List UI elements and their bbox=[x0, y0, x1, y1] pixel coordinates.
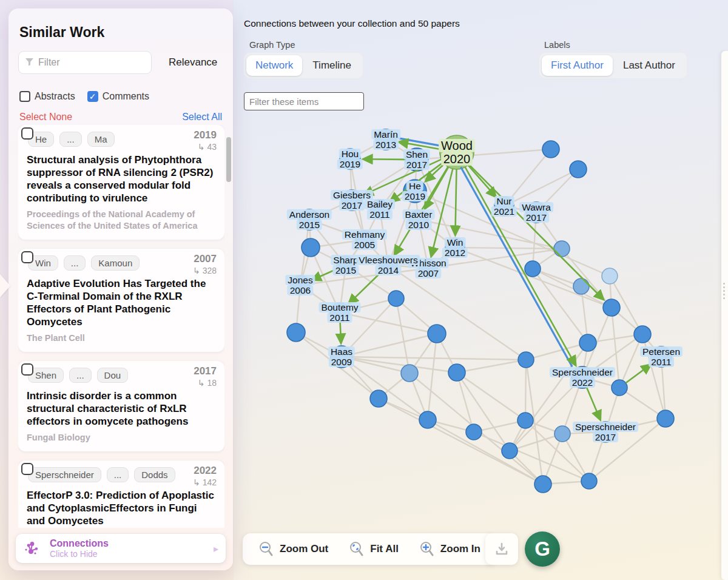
labels-option-last-author[interactable]: Last Author bbox=[614, 55, 684, 76]
graph-node[interactable] bbox=[612, 380, 627, 396]
right-panel-handle[interactable] bbox=[721, 51, 728, 580]
list-scrollbar[interactable] bbox=[226, 137, 231, 182]
paper-card[interactable]: Shen ... Dou 2017 ↳ 18 Intrinsic disorde… bbox=[18, 361, 224, 451]
graph-node[interactable] bbox=[342, 190, 362, 211]
connections-subtitle: Click to Hide bbox=[50, 549, 109, 559]
graph-node[interactable] bbox=[401, 365, 418, 382]
fit-all-button[interactable]: Fit All bbox=[349, 541, 399, 557]
paper-title[interactable]: Adaptive Evolution Has Targeted the C-Te… bbox=[27, 277, 216, 328]
comments-checkbox[interactable]: ✓ Comments bbox=[87, 91, 149, 102]
abstracts-checkbox[interactable]: Abstracts bbox=[19, 91, 75, 102]
paper-card[interactable]: Sperschneider ... Dodds 2022 ↳ 142 Effec… bbox=[18, 460, 224, 528]
graph-node[interactable] bbox=[634, 326, 651, 343]
graph-node[interactable] bbox=[337, 256, 355, 274]
graph-node[interactable] bbox=[370, 200, 389, 219]
graph-node[interactable] bbox=[448, 364, 465, 381]
graph-node[interactable] bbox=[388, 291, 404, 306]
zoom-in-button[interactable]: Zoom In bbox=[419, 541, 480, 557]
graph-filter-input[interactable] bbox=[244, 92, 364, 110]
graph-node[interactable] bbox=[554, 426, 570, 442]
similar-work-sidebar: Similar Work Relevance Abstracts ✓ Comme… bbox=[8, 8, 233, 570]
paper-card[interactable]: Win ... Kamoun 2007 ↳ 328 Adaptive Evolu… bbox=[18, 249, 224, 352]
graph-node[interactable] bbox=[502, 443, 517, 459]
connections-toggle-button[interactable]: Connections Click to Hide ▸ bbox=[16, 534, 226, 563]
paper-title[interactable]: Intrinsic disorder is a common structura… bbox=[27, 389, 216, 428]
graph-node[interactable] bbox=[603, 299, 620, 316]
checkbox-unchecked-icon[interactable] bbox=[19, 91, 30, 102]
graph-node[interactable] bbox=[466, 424, 482, 440]
paper-checkbox[interactable] bbox=[21, 127, 33, 140]
graph-node[interactable] bbox=[518, 352, 534, 368]
paper-title[interactable]: Structural analysis of Phytophthora supp… bbox=[27, 153, 216, 204]
ellipsis-authors-chip[interactable]: ... bbox=[64, 255, 86, 271]
paper-list: He ... Ma 2019 ↳ 43 Structural analysis … bbox=[18, 125, 224, 528]
zoom-out-button[interactable]: Zoom Out bbox=[258, 541, 328, 557]
graph-node[interactable] bbox=[595, 422, 616, 442]
select-all-link[interactable]: Select All bbox=[182, 112, 222, 123]
graph-node[interactable] bbox=[657, 410, 674, 427]
graph-node[interactable] bbox=[356, 231, 374, 249]
paper-title[interactable]: EffectorP 3.0: Prediction of Apoplastic … bbox=[27, 489, 216, 527]
graph-node[interactable] bbox=[419, 259, 437, 277]
graph-node[interactable] bbox=[340, 149, 360, 169]
sidebar-collapse-caret[interactable] bbox=[0, 274, 10, 297]
last-author-chip[interactable]: Dodds bbox=[134, 467, 175, 482]
graph-edge bbox=[457, 373, 525, 420]
last-author-chip[interactable]: Kamoun bbox=[91, 255, 140, 271]
graph-node[interactable] bbox=[534, 476, 551, 493]
graph-node[interactable] bbox=[445, 238, 465, 257]
graph-node[interactable] bbox=[419, 411, 436, 428]
graph-edge bbox=[417, 149, 551, 160]
last-author-chip[interactable]: Dou bbox=[97, 368, 129, 383]
graph-node[interactable] bbox=[331, 346, 352, 368]
grammarly-icon[interactable]: G bbox=[525, 531, 560, 567]
graph-node[interactable] bbox=[570, 161, 587, 178]
ellipsis-authors-chip[interactable]: ... bbox=[107, 467, 129, 482]
graph-node[interactable] bbox=[517, 413, 533, 428]
graph-edge bbox=[397, 138, 440, 146]
graph-node[interactable] bbox=[579, 334, 596, 351]
graph-node[interactable] bbox=[602, 268, 618, 284]
paper-checkbox[interactable] bbox=[21, 463, 33, 475]
graph-node[interactable] bbox=[525, 261, 541, 277]
paper-checkbox[interactable] bbox=[21, 251, 33, 263]
last-author-chip[interactable]: Ma bbox=[87, 132, 115, 147]
labels-option-first-author[interactable]: First Author bbox=[542, 55, 613, 76]
paper-checkbox[interactable] bbox=[21, 363, 33, 376]
graph-node[interactable] bbox=[581, 473, 597, 489]
graph-type-option-timeline[interactable]: Timeline bbox=[303, 55, 360, 76]
graph-node[interactable] bbox=[379, 256, 397, 274]
graph-node[interactable] bbox=[291, 275, 310, 295]
paper-venue: Fungal Biology bbox=[27, 432, 216, 443]
first-author-chip[interactable]: Sperschneider bbox=[28, 467, 101, 482]
graph-node[interactable] bbox=[299, 209, 320, 230]
sort-relevance[interactable]: Relevance bbox=[169, 56, 217, 69]
ellipsis-authors-chip[interactable]: ... bbox=[59, 132, 82, 147]
network-graph[interactable]: Marín2013Hou2019Shen2017Wood2020Giesbers… bbox=[234, 112, 728, 528]
graph-node[interactable] bbox=[542, 141, 559, 158]
ellipsis-authors-chip[interactable]: ... bbox=[69, 368, 92, 383]
graph-node[interactable] bbox=[302, 238, 320, 257]
paper-card[interactable]: He ... Ma 2019 ↳ 43 Structural analysis … bbox=[18, 125, 224, 240]
graph-edge bbox=[525, 360, 526, 420]
download-button[interactable] bbox=[485, 533, 518, 565]
graph-type-label: Graph Type bbox=[249, 40, 295, 50]
graph-panel: Connections between your collection and … bbox=[234, 0, 728, 580]
graph-node[interactable] bbox=[526, 202, 547, 223]
graph-node[interactable] bbox=[287, 323, 305, 342]
graph-node[interactable] bbox=[571, 366, 593, 388]
graph-node[interactable] bbox=[330, 303, 349, 322]
graph-type-option-network[interactable]: Network bbox=[246, 55, 302, 76]
connections-network-icon bbox=[23, 539, 41, 558]
graph-node[interactable] bbox=[370, 390, 387, 407]
sidebar-filter-input[interactable] bbox=[18, 51, 152, 74]
graph-node[interactable] bbox=[573, 278, 589, 294]
graph-node[interactable] bbox=[376, 129, 396, 150]
graph-node[interactable] bbox=[651, 346, 672, 367]
sidebar-title: Similar Work bbox=[19, 24, 233, 41]
graph-node[interactable] bbox=[554, 241, 570, 257]
graph-node[interactable] bbox=[440, 135, 474, 169]
select-none-link[interactable]: Select None bbox=[19, 112, 72, 123]
checkbox-checked-icon[interactable]: ✓ bbox=[87, 91, 98, 102]
graph-node[interactable] bbox=[428, 325, 446, 343]
